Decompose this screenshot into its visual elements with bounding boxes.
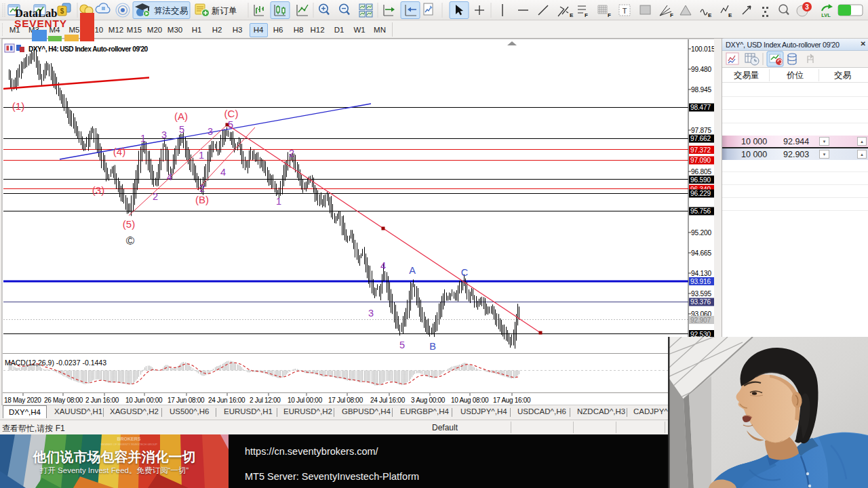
svg-text:1: 1 xyxy=(199,150,204,161)
svg-text:97.662: 97.662 xyxy=(690,135,711,142)
svg-text:DXY^, H4: USD Index Auto-roll: DXY^, H4: USD Index Auto-rollover 09'20 xyxy=(28,45,149,53)
svg-text:3 Aug 00:00: 3 Aug 00:00 xyxy=(411,396,446,404)
svg-text:C: C xyxy=(461,267,468,278)
svg-text:26 May 08:00: 26 May 08:00 xyxy=(44,396,83,404)
svg-text:4: 4 xyxy=(167,171,172,182)
svg-text:MEMBER OF SEVENTY INVESTECH GR: MEMBER OF SEVENTY INVESTECH GROUP xyxy=(100,443,157,446)
svg-text:95.756: 95.756 xyxy=(690,207,711,215)
svg-text:96.805: 96.805 xyxy=(691,168,711,176)
svg-text:2: 2 xyxy=(289,148,294,159)
svg-text:4: 4 xyxy=(380,260,386,271)
svg-text:17 Jul 08:00: 17 Jul 08:00 xyxy=(328,396,363,404)
svg-text:(B): (B) xyxy=(195,194,209,205)
svg-text:2: 2 xyxy=(153,191,158,202)
svg-text:10 Aug 08:00: 10 Aug 08:00 xyxy=(451,396,489,404)
svg-text:97.875: 97.875 xyxy=(691,127,711,134)
svg-text:3: 3 xyxy=(208,126,213,137)
svg-text:24 Jun 16:00: 24 Jun 16:00 xyxy=(208,396,245,404)
svg-text:5: 5 xyxy=(179,124,184,135)
svg-text:©: © xyxy=(126,235,135,247)
svg-text:24 Jul 16:00: 24 Jul 16:00 xyxy=(370,396,406,404)
svg-text:BROKERS: BROKERS xyxy=(117,436,140,441)
svg-text:98.945: 98.945 xyxy=(691,86,711,94)
svg-text:97.372: 97.372 xyxy=(690,146,711,154)
svg-text:2 Jun 16:00: 2 Jun 16:00 xyxy=(85,396,119,404)
svg-text:(1): (1) xyxy=(12,100,24,112)
svg-text:17 Jun 08:00: 17 Jun 08:00 xyxy=(167,396,205,404)
svg-text:3: 3 xyxy=(805,3,809,11)
svg-text:96.590: 96.590 xyxy=(690,176,711,184)
svg-text:100.015: 100.015 xyxy=(691,45,715,53)
svg-text:(4): (4) xyxy=(113,146,125,157)
svg-text:93.916: 93.916 xyxy=(690,278,711,285)
svg-text:(3): (3) xyxy=(92,184,104,196)
svg-text:96.229: 96.229 xyxy=(690,190,711,197)
svg-text:99.480: 99.480 xyxy=(691,66,711,73)
svg-text:95.200: 95.200 xyxy=(691,229,711,237)
svg-text:1: 1 xyxy=(276,196,281,207)
svg-text:B: B xyxy=(429,341,436,352)
svg-text:A: A xyxy=(409,265,416,276)
svg-text:93.376: 93.376 xyxy=(690,298,711,306)
svg-text:(A): (A) xyxy=(174,110,188,122)
svg-text:17 Aug 16:00: 17 Aug 16:00 xyxy=(493,396,531,404)
svg-text:3: 3 xyxy=(161,129,167,140)
svg-text:94.665: 94.665 xyxy=(691,249,711,257)
svg-text:93.595: 93.595 xyxy=(691,290,711,298)
svg-text:(5): (5) xyxy=(123,218,135,230)
svg-text:2: 2 xyxy=(199,183,205,194)
svg-text:2 Jul 12:00: 2 Jul 12:00 xyxy=(250,396,281,404)
svg-text:E: E xyxy=(728,12,732,18)
svg-text:97.090: 97.090 xyxy=(690,157,711,164)
svg-text:5: 5 xyxy=(228,119,233,130)
svg-text:1: 1 xyxy=(140,133,146,144)
svg-text:10 Jul 00:00: 10 Jul 00:00 xyxy=(288,396,323,404)
svg-text:10 Jun 00:00: 10 Jun 00:00 xyxy=(125,396,163,404)
svg-text:3: 3 xyxy=(368,308,374,319)
svg-text:LVL: LVL xyxy=(821,12,831,18)
svg-text:MACD(12,26,9) -0.0237 -0.1443: MACD(12,26,9) -0.0237 -0.1443 xyxy=(5,359,106,367)
svg-text:94.130: 94.130 xyxy=(691,270,711,277)
svg-text:92.907: 92.907 xyxy=(690,317,711,324)
svg-text:(C): (C) xyxy=(224,108,239,119)
svg-text:98.477: 98.477 xyxy=(690,104,711,111)
svg-text:5: 5 xyxy=(399,340,405,350)
svg-text:4: 4 xyxy=(220,167,226,178)
svg-text:18 May 2020: 18 May 2020 xyxy=(4,396,41,404)
